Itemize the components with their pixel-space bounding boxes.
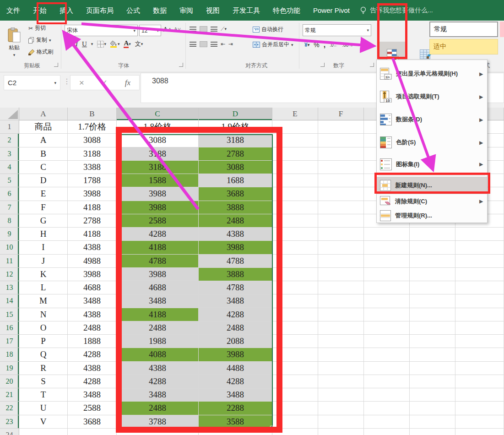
menu-item-icon-sets[interactable]: 图标集(I)▶ — [377, 154, 487, 174]
tab-developer[interactable]: 开发工具 — [226, 0, 266, 21]
cell[interactable] — [318, 348, 364, 361]
decrease-decimal-icon[interactable]: .00→ — [342, 43, 353, 48]
row-header-23[interactable]: 23 — [0, 415, 19, 429]
cell[interactable] — [318, 187, 364, 201]
cell[interactable]: 4388 — [68, 241, 117, 254]
tab-special-features[interactable]: 特色功能 — [266, 0, 307, 21]
cell[interactable]: 3788 — [117, 415, 199, 429]
cell[interactable] — [455, 281, 504, 294]
cell[interactable]: 2788 — [199, 147, 272, 161]
wrap-text-button[interactable]: 自动换行 — [253, 26, 283, 33]
cell[interactable]: C — [19, 161, 68, 174]
cell[interactable]: 商品 — [19, 120, 68, 134]
row-header-14[interactable]: 14 — [0, 294, 19, 308]
cell[interactable] — [318, 281, 364, 294]
cell[interactable]: 3488 — [117, 294, 199, 308]
cell-style-bad-partial[interactable] — [500, 22, 504, 37]
percent-style-button[interactable]: % — [314, 41, 319, 49]
formula-bar-splitter[interactable]: ⋮ — [63, 77, 70, 86]
cell[interactable] — [364, 362, 410, 375]
cell[interactable] — [272, 255, 318, 268]
cell[interactable] — [272, 201, 318, 214]
cell[interactable] — [364, 348, 410, 361]
cell[interactable] — [364, 294, 410, 308]
align-right-icon[interactable] — [211, 42, 217, 47]
underline-dropdown-arrow[interactable]: ▾ — [91, 42, 93, 46]
cell[interactable] — [272, 187, 318, 201]
cell[interactable] — [364, 388, 410, 402]
grow-font-icon[interactable]: A˄ — [163, 26, 172, 33]
column-header-A[interactable]: A — [19, 108, 68, 120]
cell[interactable] — [410, 241, 455, 254]
cell[interactable] — [455, 335, 504, 348]
cell[interactable]: 3988 — [117, 201, 199, 214]
cell[interactable]: E — [19, 187, 68, 201]
row-header-5[interactable]: 5 — [0, 174, 19, 187]
cell[interactable]: 4188 — [68, 228, 117, 241]
clipboard-dialog-launcher-icon[interactable] — [54, 63, 58, 67]
bold-button[interactable]: B — [67, 40, 71, 48]
cell[interactable] — [272, 120, 318, 134]
accounting-format-button[interactable]: ¥▾ — [304, 42, 309, 48]
cell[interactable] — [318, 161, 364, 174]
cell[interactable] — [272, 402, 318, 415]
cell[interactable]: 4188 — [117, 241, 199, 254]
cell[interactable] — [272, 362, 318, 375]
cell[interactable]: 1588 — [117, 174, 199, 187]
merge-dropdown-arrow[interactable]: ▾ — [291, 43, 293, 47]
paste-button[interactable]: 粘贴 ▾ — [4, 23, 25, 61]
merge-center-button[interactable]: 合并后居中▾ — [253, 41, 293, 49]
cell[interactable] — [410, 335, 455, 348]
cell[interactable] — [455, 375, 504, 388]
cell[interactable]: 2588 — [68, 402, 117, 415]
italic-button[interactable]: I — [76, 40, 78, 48]
cell[interactable] — [318, 147, 364, 161]
align-top-icon[interactable] — [190, 27, 196, 32]
cell[interactable] — [455, 348, 504, 361]
cell[interactable] — [272, 388, 318, 402]
cell[interactable]: 2788 — [68, 214, 117, 228]
cell[interactable] — [364, 281, 410, 294]
row-header-18[interactable]: 18 — [0, 348, 19, 361]
cell[interactable] — [199, 429, 272, 435]
cell[interactable]: 3588 — [199, 415, 272, 429]
cell-style-normal[interactable]: 常规 — [429, 22, 498, 37]
borders-button[interactable]: ▾ — [97, 41, 106, 48]
cell[interactable]: 4288 — [199, 375, 272, 388]
cell[interactable]: J — [19, 255, 68, 268]
cell[interactable]: 3088 — [199, 161, 272, 174]
cell[interactable]: 2488 — [68, 321, 117, 335]
cell[interactable] — [410, 375, 455, 388]
copy-button[interactable]: 复制▾ — [28, 36, 51, 44]
cell[interactable]: O — [19, 321, 68, 335]
column-header-E[interactable]: E — [272, 108, 318, 120]
row-header-4[interactable]: 4 — [0, 161, 19, 174]
cell[interactable]: 1.8价格 — [117, 120, 199, 134]
align-left-icon[interactable] — [190, 42, 196, 47]
cell[interactable] — [272, 241, 318, 254]
cell[interactable]: 3988 — [199, 348, 272, 361]
tab-review[interactable]: 审阅 — [173, 0, 200, 21]
cell[interactable] — [410, 268, 455, 281]
column-header-B[interactable]: B — [68, 108, 117, 120]
increase-decimal-icon[interactable]: .0← — [330, 43, 338, 48]
cell[interactable] — [455, 415, 504, 429]
cell[interactable]: 4088 — [117, 348, 199, 361]
cell[interactable] — [117, 429, 199, 435]
cell[interactable] — [272, 375, 318, 388]
cell[interactable]: 3188 — [68, 147, 117, 161]
menu-item-new-rule[interactable]: 新建规则(N)... — [377, 177, 487, 194]
tab-insert[interactable]: 插入 — [53, 0, 80, 21]
number-dialog-launcher-icon[interactable] — [370, 63, 374, 67]
cell[interactable]: 4788 — [199, 281, 272, 294]
align-center-icon[interactable] — [200, 41, 207, 47]
row-header-10[interactable]: 10 — [0, 241, 19, 254]
row-header-11[interactable]: 11 — [0, 255, 19, 268]
cell[interactable] — [272, 174, 318, 187]
cell[interactable] — [318, 415, 364, 429]
cell[interactable]: 4988 — [68, 255, 117, 268]
cell[interactable]: 4288 — [117, 375, 199, 388]
cell[interactable]: 1.7价格 — [68, 120, 117, 134]
cell[interactable] — [455, 429, 504, 435]
tab-file[interactable]: 文件 — [0, 0, 27, 21]
